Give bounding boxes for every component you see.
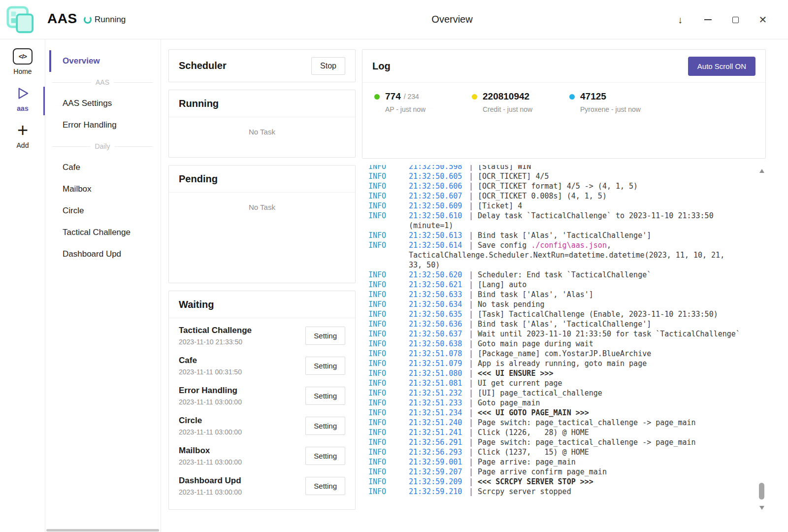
log-level: INFO xyxy=(368,388,409,398)
log-line: INFO21:32:51.080<<< UI ENSURE >>> xyxy=(368,368,741,378)
rail-item-home[interactable]: </> Home xyxy=(0,48,45,75)
log-separator xyxy=(469,172,473,181)
log-message: Page switch: page_tactical_challenge -> … xyxy=(478,438,696,447)
log-output[interactable]: INFO21:32:50.598[Status] WININFO21:32:50… xyxy=(362,165,766,512)
log-separator xyxy=(469,270,473,279)
log-level: INFO xyxy=(368,201,409,211)
log-separator xyxy=(469,330,473,338)
minimize-button[interactable] xyxy=(699,11,716,28)
sidebar-item-aas-settings[interactable]: AAS Settings xyxy=(49,93,156,114)
sidebar-item-overview[interactable]: Overview xyxy=(49,50,156,72)
log-scrollbar[interactable] xyxy=(758,167,766,511)
download-button[interactable]: ↓ xyxy=(672,11,689,28)
sidebar-item-circle[interactable]: Circle xyxy=(49,200,156,222)
log-message: Bind task ['Alas', 'Alas'] xyxy=(478,290,593,299)
log-line: INFO21:32:51.240Page switch: page_tactic… xyxy=(368,418,741,428)
setting-button[interactable]: Setting xyxy=(305,327,345,345)
sidebar-item-tactical-challenge[interactable]: Tactical Challenge xyxy=(49,222,156,243)
log-message-text: Bind task ['Alas', 'Alas'] xyxy=(478,290,593,299)
log-level: INFO xyxy=(368,329,409,339)
sidebar-item-dashboard-upd[interactable]: Dashboard Upd xyxy=(49,243,156,265)
log-timestamp: 21:32:50.613 xyxy=(409,231,469,240)
log-level: INFO xyxy=(368,191,409,201)
log-separator xyxy=(469,477,473,486)
log-timestamp: 21:32:56.293 xyxy=(409,447,469,457)
log-message-text: [Package_name] com.YostarJP.BlueArchive xyxy=(478,349,651,358)
setting-button[interactable]: Setting xyxy=(305,447,345,465)
stop-button[interactable]: Stop xyxy=(311,57,345,75)
setting-button[interactable]: Setting xyxy=(305,357,345,375)
rail-item-aas[interactable]: aas xyxy=(0,85,45,112)
stat-item: 774 / 234 AP - just now xyxy=(374,91,472,113)
log-message-path: ./config\aas.json xyxy=(531,241,607,250)
log-level: INFO xyxy=(368,290,409,299)
waiting-task-info: Tactical Challenge 2023-11-10 21:33:50 xyxy=(179,326,252,346)
rail-item-add[interactable]: + Add xyxy=(0,122,45,149)
setting-button[interactable]: Setting xyxy=(305,417,345,435)
log-line: INFO21:32:51.232[UI] page_tactical_chall… xyxy=(368,388,741,398)
setting-button[interactable]: Setting xyxy=(305,387,345,405)
log-separator xyxy=(469,211,473,220)
log-separator xyxy=(469,448,473,457)
log-timestamp: 21:32:50.620 xyxy=(409,270,469,280)
log-message: <<< UI GOTO PAGE_MAIN >>> xyxy=(478,408,589,417)
log-message: [Ticket] 4 xyxy=(478,201,522,210)
log-level: INFO xyxy=(368,457,409,467)
rail-add-label: Add xyxy=(17,141,29,149)
log-message: [OCR_TICKET format] 4/5 -> (4, 1, 5) xyxy=(478,182,638,191)
log-card: Log Auto Scroll ON 774 / 234 AP - just n… xyxy=(362,49,766,159)
log-level: INFO xyxy=(368,270,409,280)
log-line: INFO21:32:51.079App is already running, … xyxy=(368,359,741,368)
stat-suffix: / 234 xyxy=(404,93,419,100)
log-timestamp: 21:32:50.638 xyxy=(409,339,469,349)
waiting-task-info: Cafe 2023-11-11 00:31:50 xyxy=(179,356,242,376)
scrollbar-thumb[interactable] xyxy=(759,483,764,499)
sidebar-horizontal-scrollbar[interactable] xyxy=(46,529,159,532)
log-message: Page arrive: page_main xyxy=(478,458,576,466)
dashboard-stats: 774 / 234 AP - just now 220810942 Credit… xyxy=(362,83,765,113)
waiting-task-row: Dashboard Upd 2023-11-11 03:00:00 Settin… xyxy=(179,471,345,501)
setting-button[interactable]: Setting xyxy=(305,477,345,495)
log-line: INFO21:32:50.598[Status] WIN xyxy=(368,165,741,171)
scroll-down-arrow-icon[interactable] xyxy=(759,506,764,510)
stat-item: 47125 Pyroxene - just now xyxy=(569,91,667,113)
left-rail: </> Home aas + Add xyxy=(0,39,45,532)
log-line: INFO21:32:50.607[OCR_TICKET 0.008s] (4, … xyxy=(368,191,741,201)
log-separator xyxy=(469,487,473,496)
close-button[interactable]: ✕ xyxy=(755,11,771,28)
log-separator xyxy=(469,192,473,200)
log-separator xyxy=(469,359,473,368)
log-level: INFO xyxy=(368,418,409,428)
log-separator xyxy=(469,418,473,427)
log-level: INFO xyxy=(368,280,409,290)
waiting-title: Waiting xyxy=(179,299,214,310)
running-card: Running No Task xyxy=(168,90,356,158)
log-level: INFO xyxy=(368,240,409,250)
scroll-up-arrow-icon[interactable] xyxy=(759,169,764,173)
log-separator xyxy=(469,201,473,210)
log-message: [Task] TacticalChallenge (Enable, 2023-1… xyxy=(478,310,718,319)
sidebar-item-cafe[interactable]: Cafe xyxy=(49,157,156,178)
log-line: INFO21:32:50.637Wait until 2023-11-10 21… xyxy=(368,329,741,339)
log-timestamp: 21:32:50.614 xyxy=(409,240,469,250)
log-message-text: App is already running, goto main page xyxy=(478,359,647,368)
log-message-text: [Ticket] 4 xyxy=(478,201,522,210)
log-message: No task pending xyxy=(478,300,544,309)
log-separator xyxy=(469,428,473,437)
app-name: AAS xyxy=(47,11,77,27)
log-level: INFO xyxy=(368,447,409,457)
minimize-icon xyxy=(704,19,712,20)
log-timestamp: 21:32:51.233 xyxy=(409,398,469,408)
log-separator xyxy=(469,349,473,358)
sidebar-item-mailbox[interactable]: Mailbox xyxy=(49,178,156,200)
pending-title: Pending xyxy=(179,173,218,185)
maximize-button[interactable] xyxy=(727,11,744,28)
log-level: INFO xyxy=(368,339,409,349)
log-timestamp: 21:32:51.081 xyxy=(409,378,469,388)
sidebar-section-aas-label: AAS xyxy=(96,78,109,86)
sidebar-item-error-handling[interactable]: Error Handling xyxy=(49,114,156,136)
log-line: INFO21:32:56.291Page switch: page_tactic… xyxy=(368,437,741,447)
log-message-text: <<< UI ENSURE >>> xyxy=(478,369,554,378)
log-message-text: No task pending xyxy=(478,300,544,309)
auto-scroll-button[interactable]: Auto Scroll ON xyxy=(688,57,755,76)
